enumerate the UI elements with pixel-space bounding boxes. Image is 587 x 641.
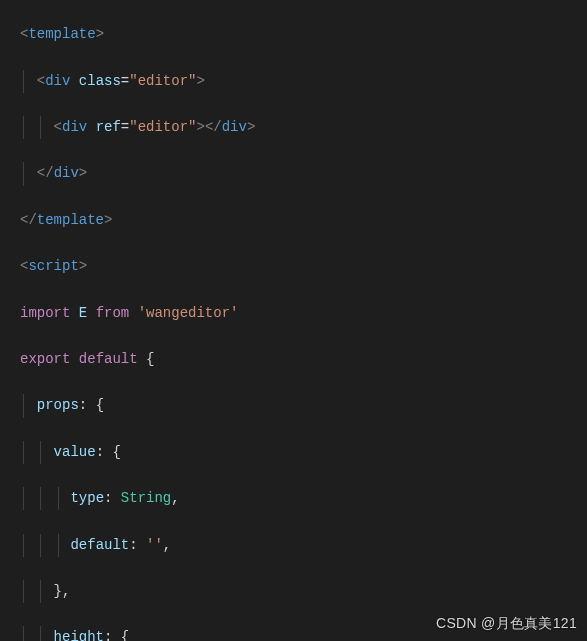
watermark-text: CSDN @月色真美121 <box>436 612 577 635</box>
code-editor[interactable]: <template> <div class="editor"> <div ref… <box>0 0 587 641</box>
